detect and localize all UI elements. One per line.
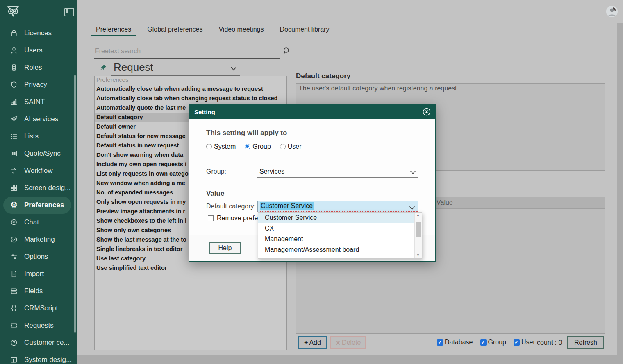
group-select-underline [257, 177, 418, 178]
x-icon: ✕ [335, 339, 341, 347]
radio-label: User [288, 143, 302, 150]
radio-system[interactable]: System [206, 143, 236, 150]
tab-preferences[interactable]: Preferences [91, 26, 136, 36]
radio-unchecked-icon [280, 144, 286, 149]
sidebar-item-marketing[interactable]: Marketing [0, 231, 77, 248]
section-selector[interactable]: Request [114, 61, 153, 74]
sidebar-item-crmscript[interactable]: CRMScript [0, 300, 77, 317]
collapse-sidebar-icon[interactable] [64, 8, 74, 16]
add-button[interactable]: +Add [298, 336, 327, 349]
sidebar-item-ai-services[interactable]: AI services [0, 111, 77, 128]
default-category-combobox[interactable]: Customer Service [257, 201, 418, 212]
sidebar-item-preferences[interactable]: ⚙Preferences [3, 197, 71, 214]
sidebar-item-label: Screen desig... [24, 184, 70, 192]
search-input[interactable] [94, 44, 280, 59]
filter-database[interactable]: ✓Database [437, 339, 473, 346]
sidebar-item-lists[interactable]: Lists [0, 128, 77, 145]
filter-group[interactable]: ✓Group [480, 339, 506, 346]
search-icon[interactable] [282, 47, 290, 54]
refresh-button[interactable]: Refresh [567, 336, 604, 349]
sidebar-item-label: Preferences [24, 201, 64, 209]
sidebar: LicencesUsersRolesPrivacySAINTAI service… [0, 0, 77, 364]
sidebar-item-privacy[interactable]: Privacy [0, 76, 77, 93]
fields-icon [10, 287, 18, 295]
checkbox-checked-icon: ✓ [437, 339, 443, 346]
tab-bar: PreferencesGlobal preferencesVideo meeti… [86, 23, 334, 36]
group-label: Group: [206, 168, 226, 175]
value-column-header: Value [437, 199, 453, 206]
tab-global-preferences[interactable]: Global preferences [142, 26, 207, 36]
dropdown-option[interactable]: Management [258, 234, 422, 244]
sidebar-item-label: Workflow [24, 167, 53, 175]
owl-logo-icon [5, 4, 21, 20]
sidebar-item-import[interactable]: Import [0, 265, 77, 283]
scroll-down-icon[interactable]: ▼ [415, 253, 421, 258]
sidebar-item-saint[interactable]: SAINT [0, 93, 77, 111]
sliders-icon [10, 253, 18, 261]
close-icon[interactable] [423, 108, 431, 116]
dialog-titlebar[interactable]: Setting [189, 104, 435, 119]
sidebar-item-chat[interactable]: Chat [0, 214, 77, 231]
tab-document-library[interactable]: Document library [275, 26, 334, 36]
gear-icon: ⚙ [10, 201, 18, 209]
category-dropdown-list: Customer ServiceCXManagementManagement/A… [258, 212, 422, 259]
import-icon [10, 270, 18, 278]
chevron-down-icon[interactable] [409, 205, 415, 209]
sidebar-item-quote-sync[interactable]: Quote/Sync [0, 145, 77, 162]
sidebar-item-label: Marketing [24, 235, 55, 244]
combobox-selected-text: Customer Service [260, 202, 314, 210]
sidebar-item-roles[interactable]: Roles [0, 59, 77, 76]
user-avatar[interactable] [606, 6, 618, 17]
sidebar-item-users[interactable]: Users [0, 42, 77, 59]
chevron-down-icon[interactable] [230, 66, 237, 70]
sidebar-item-label: Lists [24, 132, 39, 140]
sidebar-item-label: AI services [24, 115, 58, 123]
scrollbar-thumb[interactable] [416, 222, 421, 237]
dialog-title: Setting [189, 109, 215, 115]
group-select-value[interactable]: Services [259, 168, 284, 175]
sidebar-item-workflow[interactable]: Workflow [0, 162, 77, 179]
delete-button[interactable]: ✕Delete [330, 336, 366, 349]
remove-preference-label: Remove prefe [217, 215, 258, 222]
scroll-up-icon[interactable]: ▲ [415, 213, 421, 218]
roles-icon [10, 63, 18, 72]
dropdown-option[interactable]: CX [258, 223, 422, 234]
checkbox-unchecked-icon [208, 215, 214, 221]
sidebar-item-fields[interactable]: Fields [0, 283, 77, 300]
sidebar-item-label: CRMScript [24, 304, 58, 312]
workflow-icon [10, 167, 18, 175]
dropdown-option[interactable]: Management/Assessment board [258, 244, 422, 255]
sidebar-item-label: Quote/Sync [24, 149, 61, 158]
radio-group[interactable]: Group [245, 143, 271, 150]
ticket-icon [10, 321, 18, 330]
grid-icon [10, 184, 18, 192]
filter-user[interactable]: ✓User [514, 339, 535, 346]
app-root: LicencesUsersRolesPrivacySAINTAI service… [0, 0, 623, 364]
sidebar-nav: LicencesUsersRolesPrivacySAINTAI service… [0, 25, 77, 364]
help-button[interactable]: Help [209, 242, 241, 254]
remove-preference-checkbox[interactable]: Remove prefe [208, 215, 258, 222]
pref-list-item[interactable]: Automatically close tab when changing re… [95, 94, 286, 103]
sidebar-item-licences[interactable]: Licences [0, 25, 77, 42]
apply-to-radios: SystemGroupUser [206, 143, 302, 150]
pref-list-item[interactable]: Automatically close tab when adding a me… [95, 84, 286, 94]
sidebar-item-customer-ce[interactable]: Customer ce... [0, 334, 77, 351]
sidebar-item-options[interactable]: Options [0, 248, 77, 265]
sidebar-item-requests[interactable]: Requests [0, 317, 77, 334]
default-category-label: Default category: [206, 203, 256, 210]
count-label: count : 0 [537, 339, 562, 346]
chevron-down-icon[interactable] [410, 169, 416, 174]
pref-list-item[interactable]: Use simplified text editor [95, 263, 286, 273]
radio-user[interactable]: User [280, 143, 302, 150]
sidebar-scrollbar[interactable] [74, 75, 76, 333]
sidebar-item-system-desig[interactable]: System desig... [0, 351, 77, 364]
tab-video-meetings[interactable]: Video meetings [214, 26, 268, 36]
dropdown-scrollbar[interactable]: ▲ ▼ [414, 213, 422, 258]
radio-label: System [214, 143, 236, 150]
chart-icon [10, 98, 18, 106]
sidebar-item-label: System desig... [24, 356, 72, 364]
plus-icon: + [304, 339, 308, 346]
question-icon [10, 339, 18, 347]
dropdown-option[interactable]: Customer Service [258, 213, 422, 223]
sidebar-item-screen-desig[interactable]: Screen desig... [0, 179, 77, 197]
